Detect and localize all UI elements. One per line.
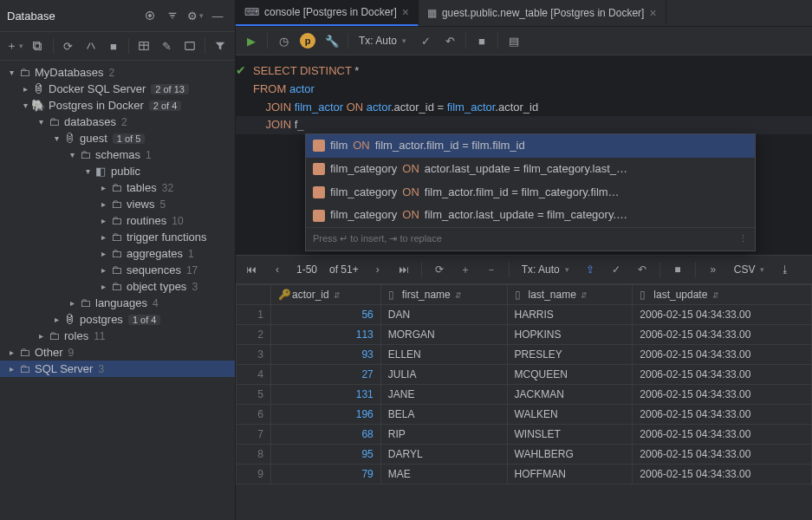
session-badge[interactable]: p xyxy=(297,30,318,51)
table-row[interactable]: 9 79 MAE HOFFMAN 2006-02-15 04:34:33.00 xyxy=(237,465,812,484)
sql-editor[interactable]: ✔ SELECT DISTINCT * FROM actor JOIN film… xyxy=(236,55,812,255)
database-postgres[interactable]: ▸ 🛢 postgres 1 of 4 xyxy=(0,311,235,328)
cell[interactable]: 2006-02-15 04:34:33.00 xyxy=(633,325,812,345)
table-row[interactable]: 6 196 BELA WALKEN 2006-02-15 04:34:33.00 xyxy=(237,405,812,425)
cell[interactable]: 56 xyxy=(271,305,381,325)
table-icon[interactable] xyxy=(134,36,153,56)
sort-icon[interactable]: ⇵ xyxy=(712,291,719,300)
target-icon[interactable] xyxy=(140,5,160,26)
results-grid[interactable]: 🔑actor_id ⇵▯first_name ⇵▯last_name ⇵▯las… xyxy=(236,284,812,520)
chevron-down-icon[interactable]: ▾ xyxy=(35,117,47,127)
datasource-item[interactable]: ▾ 🐘 Postgres in Docker 2 of 4 xyxy=(0,97,235,114)
chevron-right-icon[interactable]: ▸ xyxy=(66,298,78,308)
cell[interactable]: HOPKINS xyxy=(507,325,633,345)
sort-icon[interactable]: ⇵ xyxy=(334,291,341,300)
databases-node[interactable]: ▾ 🗀 databases 2 xyxy=(0,114,235,130)
cell[interactable]: 2006-02-15 04:34:33.00 xyxy=(633,465,812,484)
cell[interactable]: 2006-02-15 04:34:33.00 xyxy=(633,445,812,465)
diff-icon[interactable] xyxy=(81,36,101,56)
cell[interactable]: WALKEN xyxy=(507,405,633,425)
submit-icon[interactable]: ⇪ xyxy=(580,259,601,280)
cell[interactable]: DAN xyxy=(380,305,507,325)
table-row[interactable]: 2 113 MORGAN HOPKINS 2006-02-15 04:34:33… xyxy=(237,325,812,345)
stop-icon[interactable]: ■ xyxy=(104,36,123,56)
tree-item[interactable]: ▸🗀object types3 xyxy=(0,278,235,295)
tree-item[interactable]: ▸🗀routines10 xyxy=(0,212,235,229)
minimize-icon[interactable]: — xyxy=(207,5,228,26)
rownum-header[interactable] xyxy=(237,285,271,305)
collapse-icon[interactable] xyxy=(162,5,183,26)
column-header[interactable]: ▯first_name ⇵ xyxy=(380,285,507,305)
database-tree[interactable]: ▾ 🗀 MyDatabases 2 ▸ 🛢 Docker SQL Server … xyxy=(0,61,235,520)
chevron-down-icon[interactable]: ▾ xyxy=(66,150,78,159)
tree-item[interactable]: ▸🗀trigger functions xyxy=(0,229,235,245)
tree-item[interactable]: ▸🗀sequences17 xyxy=(0,262,235,278)
schemas-node[interactable]: ▾ 🗀 schemas 1 xyxy=(0,146,235,163)
commit-icon[interactable]: ✓ xyxy=(606,259,627,280)
cell[interactable]: MCQUEEN xyxy=(507,365,633,385)
cell[interactable]: JANE xyxy=(380,385,507,405)
cell[interactable]: 95 xyxy=(271,445,381,465)
console-icon[interactable] xyxy=(180,36,199,56)
last-page-icon[interactable]: ⏭ xyxy=(393,259,414,280)
cell[interactable]: RIP xyxy=(380,425,507,445)
column-header[interactable]: ▯last_name ⇵ xyxy=(507,285,633,305)
completion-item[interactable]: film_category ON actor.last_update = fil… xyxy=(306,158,755,181)
code-completion-popup[interactable]: film ON film_actor.film_id = film.film_i… xyxy=(305,133,756,251)
history-icon[interactable]: ◷ xyxy=(273,30,294,51)
cell[interactable]: 2006-02-15 04:34:33.00 xyxy=(633,425,812,445)
chevron-down-icon[interactable]: ▾ xyxy=(81,166,94,176)
chevron-down-icon[interactable]: ▾ xyxy=(19,101,31,110)
close-icon[interactable]: × xyxy=(649,6,656,20)
tab-console[interactable]: ⌨ console [Postgres in Docker] × xyxy=(236,0,419,26)
roles-node[interactable]: ▸ 🗀 roles 11 xyxy=(0,328,235,344)
table-row[interactable]: 4 27 JULIA MCQUEEN 2006-02-15 04:34:33.0… xyxy=(237,365,812,385)
group-sqlserver[interactable]: ▸ 🗀 SQL Server 3 × xyxy=(0,361,235,377)
cell[interactable]: WAHLBERG xyxy=(507,445,633,465)
cell[interactable]: 2006-02-15 04:34:33.00 xyxy=(633,405,812,425)
cell[interactable]: 2006-02-15 04:34:33.00 xyxy=(633,345,812,365)
completion-item[interactable]: film_category ON film_actor.last_update … xyxy=(306,204,755,227)
table-row[interactable]: 1 56 DAN HARRIS 2006-02-15 04:34:33.00 xyxy=(237,305,812,325)
first-page-icon[interactable]: ⏮ xyxy=(241,259,262,280)
cell[interactable]: HARRIS xyxy=(507,305,633,325)
download-icon[interactable]: ⭳ xyxy=(775,259,796,280)
chevron-right-icon[interactable]: ▸ xyxy=(5,348,17,357)
cell[interactable]: BELA xyxy=(380,405,507,425)
export-format-dropdown[interactable]: CSV ▾ xyxy=(729,262,770,277)
chevron-right-icon[interactable]: ▸ xyxy=(97,216,109,225)
column-header[interactable]: 🔑actor_id ⇵ xyxy=(271,285,381,305)
completion-item[interactable]: film ON film_actor.film_id = film.film_i… xyxy=(306,134,755,158)
cell[interactable]: ELLEN xyxy=(380,345,507,365)
cell[interactable]: 2006-02-15 04:34:33.00 xyxy=(633,385,812,405)
rollback-icon[interactable]: ↶ xyxy=(439,30,460,51)
rollback-icon[interactable]: ↶ xyxy=(632,259,653,280)
add-icon[interactable]: ＋▾ xyxy=(5,36,24,56)
cell[interactable]: JULIA xyxy=(380,365,507,385)
filter-icon[interactable] xyxy=(211,36,230,56)
cell[interactable]: WINSLET xyxy=(507,425,633,445)
cell[interactable]: 68 xyxy=(271,425,381,445)
tree-item[interactable]: ▸🗀tables32 xyxy=(0,179,235,196)
cell[interactable]: PRESLEY xyxy=(507,345,633,365)
chevron-right-icon[interactable]: ▸ xyxy=(19,84,31,94)
table-row[interactable]: 5 131 JANE JACKMAN 2006-02-15 04:34:33.0… xyxy=(237,385,812,405)
tree-item[interactable]: ▸🗀views5 xyxy=(0,196,235,212)
database-guest[interactable]: ▾ 🛢 guest 1 of 5 xyxy=(0,130,235,146)
chevron-right-icon[interactable]: ▸ xyxy=(35,331,47,341)
tx-mode-dropdown[interactable]: Tx: Auto ▾ xyxy=(354,33,412,49)
cell[interactable]: MAE xyxy=(380,465,507,484)
refresh-icon[interactable]: ⟳ xyxy=(58,36,77,56)
cell[interactable]: 2006-02-15 04:34:33.00 xyxy=(633,365,812,385)
chevron-down-icon[interactable]: ▾ xyxy=(5,68,17,77)
languages-node[interactable]: ▸ 🗀 languages 4 xyxy=(0,295,235,311)
cell[interactable]: 113 xyxy=(271,325,381,345)
cell[interactable]: 93 xyxy=(271,345,381,365)
layout-icon[interactable]: ▤ xyxy=(503,30,524,51)
expand-icon[interactable]: » xyxy=(703,259,724,280)
chevron-down-icon[interactable]: ▾ xyxy=(50,133,62,143)
cell[interactable]: JACKMAN xyxy=(507,385,633,405)
tree-item[interactable]: ▸🗀aggregates1 xyxy=(0,245,235,262)
completion-item[interactable]: film_category ON film_actor.film_id = fi… xyxy=(306,181,755,205)
chevron-right-icon[interactable]: ▸ xyxy=(5,364,17,374)
